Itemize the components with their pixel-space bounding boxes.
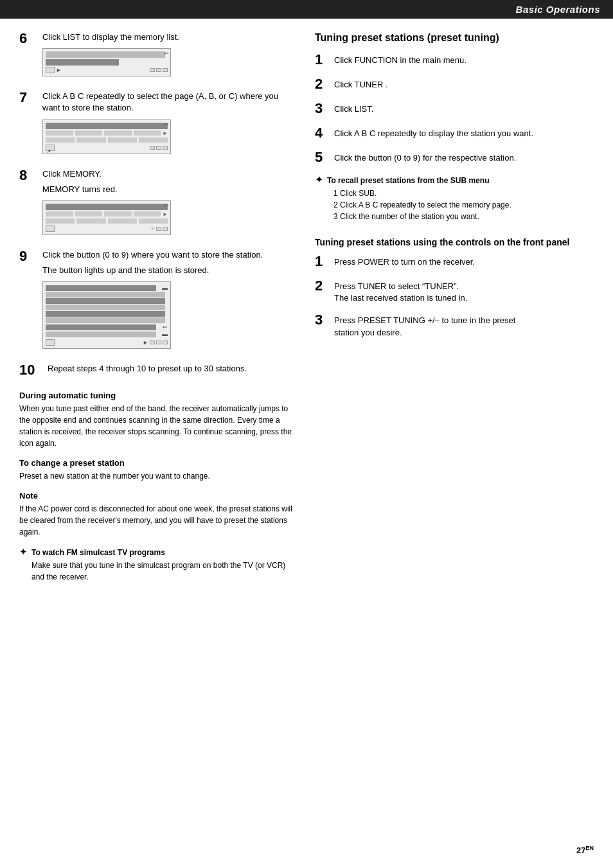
screen-9-play: ►	[143, 339, 148, 346]
screen-7-cell1	[46, 130, 73, 136]
page-header: Basic Operations	[0, 0, 613, 19]
step-8-number: 8	[19, 167, 42, 184]
screen-7-small-sq1	[150, 146, 155, 150]
screen-8-cell6	[76, 218, 105, 224]
screen-7-small-sqs	[150, 146, 168, 150]
step-6-text: Click LIST to display the memory list.	[42, 31, 296, 43]
screen-9-bottom: ►	[46, 339, 168, 346]
screen-8-rows: ►	[46, 211, 168, 224]
screen-7-bottom: ↗	[46, 145, 168, 151]
step-9-number: 9	[19, 248, 42, 265]
step-10-content: Repeat steps 4 through 10 to preset up t…	[48, 363, 296, 378]
screen-8-cell4	[134, 211, 161, 217]
step-10-number: 10	[19, 362, 48, 378]
right2-step-2-text: Press TUNER to select “TUNER”. The last …	[334, 279, 467, 304]
screen-8-bottom: ☞	[46, 226, 168, 232]
right2-step-3-text: Press PRESET TUNING +/– to tune in the p…	[334, 313, 515, 338]
screen-8-cell1	[46, 211, 73, 217]
step-10: 10 Repeat steps 4 through 10 to preset u…	[19, 363, 296, 378]
section1-steps: 1 Click FUNCTION in the main menu. 2 Cli…	[315, 53, 594, 166]
step-9: 9 Click the button (0 to 9) where you wa…	[19, 249, 296, 351]
screen-6-bottom: ►	[46, 67, 168, 73]
right-step-1-num: 1	[315, 51, 334, 68]
right-step-2-num: 2	[315, 76, 334, 93]
right-step-4: 4 Click A B C repeatedly to display the …	[315, 126, 594, 141]
screen-7-cell3	[104, 130, 132, 136]
step-8: 8 Click MEMORY. MEMORY turns red. ↩ ►	[19, 168, 296, 238]
screen-9-row8: ▬	[46, 331, 168, 337]
screen-9-bar1	[46, 285, 156, 291]
screen-9-bottom-right: ►	[143, 339, 168, 346]
screen-7-cell6	[76, 137, 105, 143]
step-8-content: Click MEMORY. MEMORY turns red. ↩ ►	[42, 168, 296, 238]
screen-6-icon-top: ↩	[164, 50, 169, 57]
left-tip-title: To watch FM simulcast TV programs	[31, 547, 296, 558]
step-6: 6 Click LIST to display the memory list.…	[19, 31, 296, 79]
right2-step-3-num: 3	[315, 312, 334, 328]
page-number: 27EN	[576, 845, 594, 855]
screen-7-small-sq3	[163, 146, 168, 150]
screen-9-row2	[46, 292, 168, 297]
screen-7-icon1: ►	[163, 130, 168, 136]
screen-9-row6	[46, 317, 168, 323]
left-tip-box: ✦ To watch FM simulcast TV programs Make…	[19, 547, 296, 583]
screen-9-bar3	[46, 298, 165, 304]
right-step-5-text: Click the button (0 to 9) for the respec…	[334, 150, 516, 164]
change-preset-label: To change a preset station	[19, 458, 296, 468]
screen-8-icon1: ►	[163, 211, 168, 217]
screen-8-hand-icon: ☞	[150, 226, 155, 232]
screen-6-row1	[46, 51, 168, 58]
step-9-content: Click the button (0 to 9) where you want…	[42, 249, 296, 351]
during-tuning-text: When you tune past either end of the ban…	[19, 403, 296, 449]
screen-9-bar6	[46, 317, 165, 323]
left-tip-text: Make sure that you tune in the simulcast…	[31, 560, 296, 583]
screen-6-small-sqs	[150, 68, 168, 72]
screen-9-bar7	[46, 324, 156, 330]
section1-tip-content: To recall preset stations from the SUB m…	[327, 175, 511, 222]
screen-9-bar5	[46, 311, 165, 317]
screen-7-top-bar	[46, 123, 168, 129]
screen-8-cell2	[75, 211, 103, 217]
right-step-3-text: Click LIST.	[334, 102, 373, 115]
right-step-1-text: Click FUNCTION in the main menu.	[334, 53, 466, 66]
screen-7-small-sq2	[156, 146, 161, 150]
screen-6-small-sq3	[163, 68, 168, 72]
screen-8-small-sq1	[156, 227, 161, 231]
section1-tip-icon: ✦	[315, 173, 323, 186]
screen-8-small-sqs: ☞	[150, 226, 168, 232]
screen-7-bottom-left: ↗	[46, 145, 55, 151]
screen-7-icon-top: ↩	[164, 121, 169, 128]
screen-7-rows: ►	[46, 130, 168, 143]
screen-8-cell3	[104, 211, 132, 217]
screen-6-bar2	[46, 59, 119, 66]
screen-9-bottom-left	[46, 339, 55, 346]
screen-8-icon-top: ↩	[164, 202, 169, 209]
step-8-text2: MEMORY turns red.	[42, 184, 296, 195]
screen-mockup-9: ▬	[42, 281, 171, 349]
screen-9-small-sq2	[156, 341, 161, 344]
screen-9-row1: ▬	[46, 285, 168, 291]
screen-7-cell2	[75, 130, 103, 136]
screen-8-cell8	[139, 218, 168, 224]
screen-9-small-sq3	[163, 341, 168, 344]
right-step-4-num: 4	[315, 125, 334, 141]
screen-8-top-bar	[46, 204, 168, 210]
screen-9-sq	[46, 339, 55, 346]
screen-9-row3	[46, 298, 168, 304]
step-6-content: Click LIST to display the memory list. ↩	[42, 31, 296, 79]
right2-step-1-num: 1	[315, 253, 334, 270]
right2-step-2-num: 2	[315, 278, 334, 294]
left-column: 6 Click LIST to display the memory list.…	[19, 31, 296, 583]
note-section: Note If the AC power cord is disconnecte…	[19, 491, 296, 538]
screen-mockup-6: ↩ ►	[42, 48, 171, 76]
screen-7-cell7	[108, 137, 137, 143]
right2-step-3: 3 Press PRESET TUNING +/– to tune in the…	[315, 313, 594, 338]
screen-6-bar1	[46, 51, 165, 58]
right-step-5: 5 Click the button (0 to 9) for the resp…	[315, 150, 594, 166]
right-step-5-num: 5	[315, 149, 334, 166]
step-7: 7 Click A B C repeatedly to select the p…	[19, 91, 296, 156]
screen-8-row1: ►	[46, 211, 168, 217]
note-text: If the AC power cord is disconnected for…	[19, 503, 296, 538]
screen-8-bottom-left	[46, 226, 55, 232]
step-6-number: 6	[19, 30, 42, 47]
